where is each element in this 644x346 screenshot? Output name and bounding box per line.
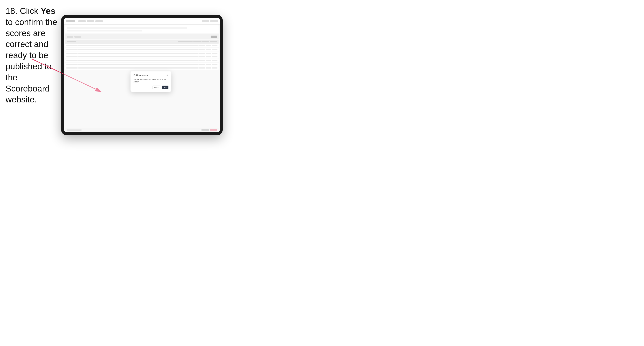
dialog-actions: Cancel Yes <box>134 86 168 89</box>
nav-item-1 <box>78 20 86 22</box>
app-logo <box>66 20 75 22</box>
tablet-device: Publish scores × Are you ready to publis… <box>61 15 223 135</box>
header-btn-2 <box>210 20 218 22</box>
app-nav <box>78 20 103 22</box>
dialog-close-button[interactable]: × <box>166 74 168 76</box>
instruction-text: 18. Click Yes to confirm the scores are … <box>6 5 59 105</box>
publish-scores-dialog: Publish scores × Are you ready to publis… <box>130 71 171 92</box>
app-content: Publish scores × Are you ready to publis… <box>64 25 220 132</box>
app-header-right <box>202 20 218 22</box>
dialog-title: Publish scores <box>134 74 148 76</box>
tablet-screen: Publish scores × Are you ready to publis… <box>64 18 220 132</box>
cancel-button[interactable]: Cancel <box>152 86 161 89</box>
nav-item-2 <box>87 20 94 22</box>
yes-button[interactable]: Yes <box>162 86 168 89</box>
dialog-body: Are you ready to publish these scores to… <box>134 78 168 83</box>
nav-item-3 <box>95 20 103 22</box>
dialog-header: Publish scores × <box>134 74 168 76</box>
app-header <box>64 18 220 24</box>
header-btn-1 <box>202 20 209 22</box>
yes-emphasis: Yes <box>41 6 55 16</box>
